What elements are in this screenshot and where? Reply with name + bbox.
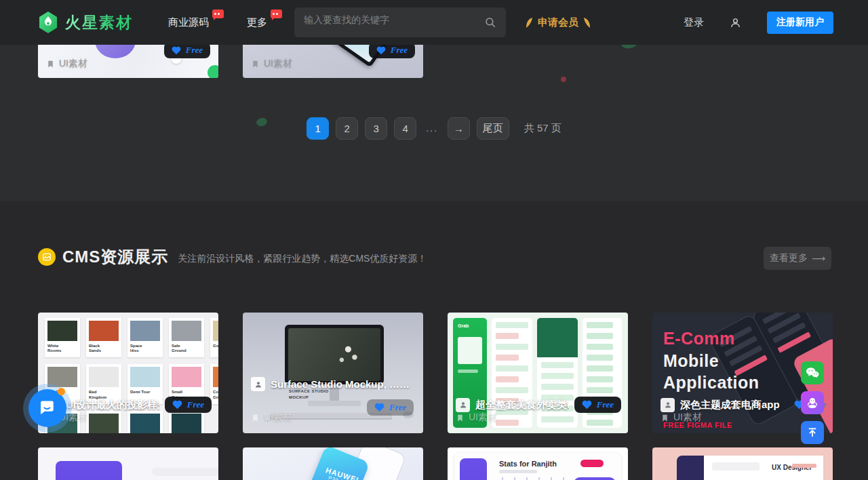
- bookmark-icon: [251, 414, 260, 422]
- free-label: Free: [187, 399, 204, 410]
- free-label: Free: [597, 399, 614, 410]
- arrow-right-icon: ⟶: [812, 253, 825, 264]
- free-label: Free: [186, 45, 203, 56]
- site-logo[interactable]: 火星素材: [38, 11, 133, 34]
- page-button-4[interactable]: 4: [394, 117, 416, 140]
- card-thumbnail: UX Designer My Vacancies: [652, 447, 833, 480]
- pagination: 1 2 3 4 ... → 尾页 共 57 页: [0, 117, 868, 140]
- search-box: [294, 7, 506, 37]
- category-tag-label: UI素材: [59, 58, 87, 70]
- card-title: 超全整套美食外卖类ui .x……: [475, 399, 569, 412]
- poster-tile: Space Hiss: [127, 318, 163, 357]
- user-icon[interactable]: [730, 17, 741, 28]
- cms-cards-row-1: White RoomsBlack SandsSpace HissSafe Gro…: [38, 313, 831, 433]
- hot-badge-icon: [271, 9, 282, 18]
- poster-tile: Cold Wave: [127, 411, 163, 433]
- logo-text: 火星素材: [65, 12, 133, 33]
- cms-section-subtitle: 关注前沿设计风格，紧跟行业趋势，精选CMS优质好资源！: [178, 253, 427, 265]
- card-title-row: UI设计最火的投影样式模…… Free: [46, 397, 212, 413]
- last-page-button[interactable]: 尾页: [477, 117, 509, 140]
- apply-vip-label: 申请会员: [538, 16, 578, 29]
- view-more-button[interactable]: 查看更多 ⟶: [764, 247, 831, 270]
- total-pages-label: 共 57 页: [524, 122, 561, 135]
- thumbnail-text: Application: [663, 372, 760, 394]
- poster-tile: White Rooms: [45, 318, 80, 357]
- hot-badge-icon: [212, 9, 224, 18]
- bookmark-icon: [456, 414, 465, 422]
- qq-service-button[interactable]: [801, 391, 824, 414]
- free-badge: Free: [367, 399, 414, 416]
- card-title-row: Surface Studio Mockup, ……: [251, 377, 416, 391]
- category-tag-label: UI素材: [264, 58, 292, 70]
- floating-side-toolbar: [801, 361, 824, 444]
- cms-card-job-board[interactable]: UX Designer My Vacancies: [652, 447, 833, 480]
- category-tag-label: UI素材: [264, 412, 292, 424]
- register-button[interactable]: 注册新用户: [767, 12, 833, 34]
- poster-tile: Black Sands: [86, 318, 121, 357]
- nav-item-label: 商业源码: [168, 16, 209, 28]
- bookmark-icon: [46, 60, 55, 68]
- card-title: Surface Studio Mockup, ……: [271, 378, 416, 390]
- author-avatar-icon: [251, 377, 265, 391]
- next-page-button[interactable]: →: [448, 117, 470, 140]
- card-thumbnail: HAUWEI P30 PRO: [243, 447, 423, 480]
- cms-cards-row-2: HAUWEI P30 PRO Stats for Ranjith: [38, 447, 831, 480]
- page-button-3[interactable]: 3: [365, 117, 387, 140]
- laurel-right-icon: [583, 17, 591, 28]
- image-icon: [38, 248, 56, 266]
- arrow-up-icon: [806, 426, 818, 439]
- wechat-button[interactable]: [801, 361, 824, 384]
- cms-card-phone-mockup[interactable]: HAUWEI P30 PRO: [243, 447, 423, 480]
- category-tag-label: UI素材: [469, 412, 497, 424]
- heart-icon: [374, 403, 384, 412]
- card-thumbnail: Stats for Ranjith: [448, 447, 628, 480]
- heart-icon: [172, 46, 181, 55]
- thumbnail-text: E-Comm: [663, 327, 760, 350]
- login-link[interactable]: 登录: [684, 16, 704, 29]
- cms-card-stats-dashboard[interactable]: Stats for Ranjith: [448, 447, 628, 480]
- view-more-label: 查看更多: [770, 252, 808, 264]
- chat-bubble-icon: [38, 399, 57, 418]
- cms-card-surface-studio[interactable]: SURFACE STUDIO MOCKUP Surface Studio Moc…: [243, 313, 423, 433]
- category-tag: UI素材: [46, 58, 87, 70]
- laurel-left-icon: [525, 17, 534, 28]
- wechat-icon: [805, 366, 820, 380]
- category-tag: UI素材: [251, 58, 292, 70]
- author-avatar-icon: [456, 398, 470, 412]
- decorative-red-dot: [561, 77, 566, 82]
- card-title-row: 超全整套美食外卖类ui .x…… Free: [456, 397, 621, 413]
- back-to-top-button[interactable]: [801, 421, 824, 444]
- card-title: 深色主题成套电商app ui ……: [680, 399, 781, 412]
- apply-vip-link[interactable]: 申请会员: [525, 16, 591, 29]
- page-button-2[interactable]: 2: [336, 117, 358, 140]
- resource-card-partial[interactable]: Free UI素材: [243, 41, 423, 78]
- cms-card-food-app[interactable]: Grab 超全整套美食外卖类ui .x…… Free UI素材: [448, 313, 628, 433]
- cms-card-dashboard[interactable]: [38, 447, 218, 480]
- notification-dot: [58, 388, 65, 395]
- bookmark-icon: [251, 60, 260, 68]
- page: Free UI素材 Free UI素材 火星素材: [0, 0, 868, 480]
- card-thumbnail: [38, 447, 218, 480]
- resource-card-partial[interactable]: Free UI素材: [38, 41, 218, 78]
- author-avatar-icon: [660, 398, 675, 412]
- category-tag: UI素材: [456, 412, 497, 424]
- heart-icon: [172, 400, 182, 409]
- category-tag: UI素材: [251, 412, 292, 424]
- page-button-1[interactable]: 1: [307, 117, 329, 140]
- top-navigation-bar: 火星素材 商业源码 更多 申请会员: [0, 0, 868, 45]
- search-input[interactable]: [294, 9, 484, 30]
- header-right-group: 登录 注册新用户: [684, 12, 833, 34]
- logo-hexagon-flame-icon: [38, 11, 58, 34]
- category-tag: UI素材: [660, 412, 702, 424]
- free-badge: Free: [574, 397, 621, 413]
- customer-chat-button[interactable]: [28, 389, 66, 427]
- nav-item-business-source[interactable]: 商业源码: [168, 16, 209, 29]
- nav-item-more[interactable]: 更多: [247, 16, 267, 29]
- search-icon[interactable]: [484, 16, 496, 28]
- cms-section-header: CMS资源展示 关注前沿设计风格，紧跟行业趋势，精选CMS优质好资源！: [38, 246, 427, 268]
- cms-section-title: CMS资源展示: [62, 246, 168, 268]
- thumbnail-caption: Grab: [453, 318, 487, 328]
- pagination-ellipsis: ...: [426, 123, 438, 134]
- thumbnail-text: Stats for Ranjith: [499, 460, 557, 468]
- heart-icon: [376, 46, 386, 55]
